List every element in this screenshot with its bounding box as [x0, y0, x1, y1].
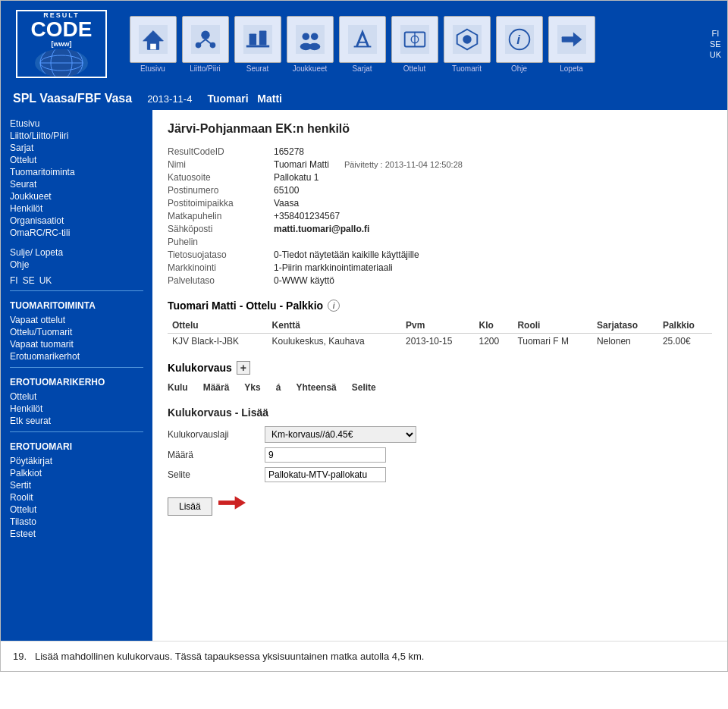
svg-rect-13: [243, 25, 272, 54]
svg-point-18: [302, 33, 309, 40]
sidebar-link-etusivu[interactable]: Etusivu: [10, 118, 143, 130]
sidebar-link-vapaat-ottelut[interactable]: Vapaat ottelut: [10, 314, 143, 326]
liitto-icon-box: [182, 16, 229, 63]
org-name: SPL Vaasa/FBF Vasa: [13, 92, 132, 105]
kulu-col-yks: Yks: [244, 382, 260, 393]
nav-joukkueet[interactable]: Joukkueet: [285, 16, 334, 73]
sidebar-divider-2: [10, 367, 143, 368]
svg-point-21: [309, 42, 320, 50]
kulu-subheader: Kulu Määrä Yks á Yhteensä Selite: [168, 379, 712, 396]
joukkueet-icon-box: [287, 16, 334, 63]
payment-table-header-row: Ottelu Kenttä Pvm Klo Rooli Sarjataso Pa…: [168, 318, 712, 334]
form-label-kulukorvauslaji: Kulukorvauslaji: [168, 429, 259, 440]
sidebar-link-organisaatiot[interactable]: Organisaatiot: [10, 215, 143, 227]
logo-area: RESULT CODE [www]: [1, 4, 122, 84]
sidebar-link-erotuomarikerhot[interactable]: Erotuomarikerhot: [10, 350, 143, 362]
sidebar-link-ottelu-tuomarit[interactable]: Ottelu/Tuomarit: [10, 326, 143, 338]
value-palvelutaso: 0-WWW käyttö: [274, 275, 334, 286]
form-row-selite: Selite: [168, 467, 712, 482]
form-input-maara[interactable]: [265, 447, 386, 463]
sidebar: Etusivu Liitto/Liitto/Piiri Sarjat Ottel…: [1, 110, 152, 641]
sidebar-divider-1: [10, 290, 143, 291]
caption-number: 19.: [13, 651, 27, 662]
nav-tuomarit[interactable]: Tuomarit: [442, 16, 491, 73]
sidebar-link-joukkueet[interactable]: Joukkueet: [10, 190, 143, 202]
nav-ohje[interactable]: i Ohje: [494, 16, 544, 73]
payment-info-icon[interactable]: i: [328, 300, 340, 312]
lang-fi[interactable]: FI: [711, 29, 719, 38]
sidebar-link-vapaat-tuomarit[interactable]: Vapaat tuomarit: [10, 338, 143, 350]
sidebar-link-ottelut[interactable]: Ottelut: [10, 154, 143, 166]
label-markkinointi: Markkinointi: [168, 262, 274, 273]
col-klo: Klo: [474, 318, 513, 334]
sidebar-link-tuomaritoiminta[interactable]: Tuomaritoiminta: [10, 166, 143, 178]
form-row-maara: Määrä: [168, 447, 712, 463]
lang-se[interactable]: SE: [710, 39, 721, 49]
kulu-col-selite: Selite: [352, 382, 376, 393]
cell-rooli: Tuomari F M: [513, 334, 592, 350]
form-select-kulukorvauslaji[interactable]: Km-korvaus//á0.45€: [265, 426, 416, 443]
tuomarit-icon-box: [444, 16, 491, 63]
lisaa-button[interactable]: Lisää: [168, 497, 212, 516]
svg-rect-6: [150, 43, 156, 49]
form-input-selite[interactable]: [265, 467, 386, 482]
kulu-col-maara: Määrä: [203, 382, 230, 393]
lang-uk[interactable]: UK: [710, 50, 721, 59]
kulu-add-section: Kulukorvaus - Lisää Kulukorvauslaji Km-k…: [168, 406, 712, 516]
nav-lopeta[interactable]: Lopeta: [547, 16, 596, 73]
sidebar-link-esteet[interactable]: Esteet: [10, 528, 143, 540]
info-row-resultcodeid: ResultCodeID 165278: [168, 146, 712, 157]
nav-ottelut[interactable]: Ottelut: [390, 16, 439, 73]
label-katuosoite: Katuosoite: [168, 172, 274, 183]
sidebar-link-omarc[interactable]: OmaRC/RC-tili: [10, 227, 143, 239]
sidebar-link-seurat[interactable]: Seurat: [10, 178, 143, 190]
value-tietosuojataso: 0-Tiedot näytetään kaikille käyttäjille: [274, 249, 419, 260]
sidebar-lang-se[interactable]: SE: [23, 275, 35, 286]
sidebar-link-etk-henkilot[interactable]: Henkilöt: [10, 403, 143, 415]
sidebar-link-etk-seurat[interactable]: Etk seurat: [10, 415, 143, 427]
kulu-add-icon[interactable]: +: [237, 361, 250, 375]
value-markkinointi: 1-Piirin markkinointimateriaali: [274, 262, 393, 273]
sidebar-link-sarjat[interactable]: Sarjat: [10, 142, 143, 154]
sidebar-lang-fi[interactable]: FI: [10, 275, 18, 286]
sidebar-link-sertit[interactable]: Sertit: [10, 479, 143, 491]
bottom-caption: 19. Lisää mahdollinen kulukorvaus. Tässä…: [1, 641, 727, 671]
sidebar-link-palkkiot[interactable]: Palkkiot: [10, 467, 143, 479]
sidebar-link-roolit[interactable]: Roolit: [10, 491, 143, 504]
sidebar-link-liitto[interactable]: Liitto/Liitto/Piiri: [10, 130, 143, 142]
sidebar-link-tilasto[interactable]: Tilasto: [10, 516, 143, 528]
nav-liitto[interactable]: Liitto/Piiri: [180, 16, 230, 73]
sidebar-link-ohje[interactable]: Ohje: [10, 259, 143, 271]
logo-www-text: [www]: [52, 40, 72, 48]
value-sahkoposti: matti.tuomari@pallo.fi: [274, 224, 369, 234]
person-info-table: ResultCodeID 165278 Nimi Tuomari Matti P…: [168, 146, 712, 286]
sidebar-lang-uk[interactable]: UK: [39, 275, 52, 286]
logo-box[interactable]: RESULT CODE [www]: [16, 10, 107, 78]
nav-sarjat[interactable]: Sarjat: [337, 16, 387, 73]
nav-seurat-label: Seurat: [246, 64, 268, 73]
value-resultcodeid: 165278: [274, 146, 304, 157]
col-rooli: Rooli: [513, 318, 592, 334]
sidebar-link-erotuomari-ottelut[interactable]: Ottelut: [10, 504, 143, 516]
nav-ohje-label: Ohje: [511, 64, 527, 73]
svg-marker-36: [234, 496, 245, 509]
sidebar-link-sulje[interactable]: Sulje/ Lopeta: [10, 246, 143, 259]
value-nimi: Tuomari Matti: [274, 159, 329, 170]
sidebar-section-erotuomarikerho: EROTUOMARIKERHO: [10, 377, 143, 387]
sidebar-link-poytakirjat[interactable]: Pöytäkirjat: [10, 455, 143, 467]
page-heading: Järvi-Pohjanmaan EK:n henkilö: [168, 122, 712, 136]
arrow-icon: [218, 494, 246, 512]
sidebar-link-henkilot[interactable]: Henkilöt: [10, 202, 143, 215]
nav-seurat[interactable]: Seurat: [233, 16, 282, 73]
col-ottelu: Ottelu: [168, 318, 268, 334]
nav-joukkueet-label: Joukkueet: [293, 64, 328, 73]
sarjat-icon-box: [339, 16, 386, 63]
label-puhelin: Puhelin: [168, 237, 274, 247]
nav-home[interactable]: Etusivu: [128, 16, 177, 73]
home-icon-box: [130, 16, 177, 63]
svg-rect-15: [259, 30, 266, 45]
cell-pvm: 2013-10-15: [401, 334, 475, 350]
sidebar-link-etk-ottelut[interactable]: Ottelut: [10, 391, 143, 403]
title-bar: SPL Vaasa/FBF Vasa 2013-11-4 Tuomari Mat…: [1, 87, 727, 110]
info-row-tietosuojataso: Tietosuojataso 0-Tiedot näytetään kaikil…: [168, 249, 712, 260]
